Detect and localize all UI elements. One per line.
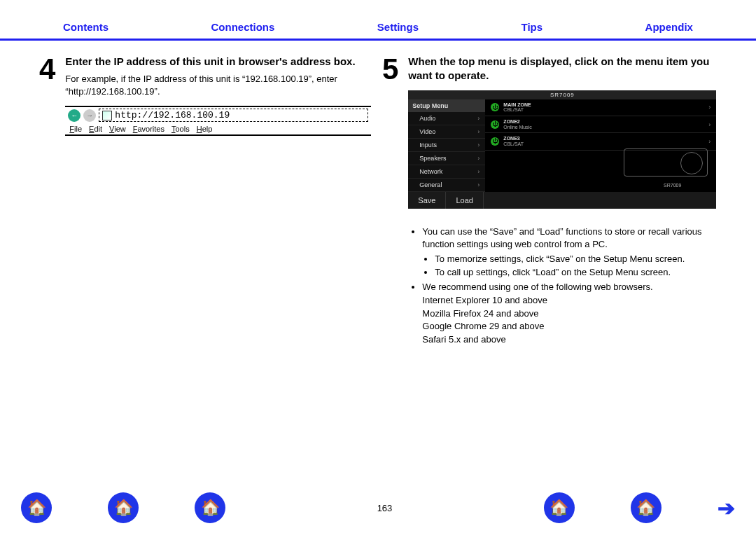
note-item: We recommend using one of the following … [422, 281, 716, 294]
next-arrow-icon[interactable]: ➔ [718, 496, 735, 520]
browser-rec: Google Chrome 29 and above [411, 320, 716, 333]
zone-source: CBL/SAT [503, 141, 524, 147]
home-icon[interactable]: 🏠 [631, 492, 662, 523]
power-icon: ⏻ [491, 120, 499, 129]
step-title: Enter the IP address of this unit in bro… [65, 55, 371, 69]
power-icon: ⏻ [491, 103, 499, 111]
device-outline [624, 148, 708, 176]
zone-source: Online Music [503, 125, 531, 130]
top-nav: Contents Connections Settings Tips Appen… [0, 0, 756, 41]
menu-edit[interactable]: Edit [89, 125, 102, 133]
setup-menu-header: Setup Menu [408, 99, 485, 112]
zone-3[interactable]: ⏻ ZONE3CBL/SAT [485, 133, 716, 150]
menu-favorites[interactable]: Favorites [133, 125, 164, 133]
home-icon[interactable]: 🏠 [544, 492, 575, 523]
step-description: For example, if the IP address of this u… [65, 73, 371, 97]
home-icon[interactable]: 🏠 [108, 492, 139, 523]
zone-main[interactable]: ⏻ MAIN ZONECBL/SAT [485, 99, 716, 116]
menu-file[interactable]: File [69, 125, 82, 133]
menu-view[interactable]: View [109, 125, 126, 133]
menu-audio[interactable]: Audio [408, 112, 485, 125]
browser-rec: Safari 5.x and above [411, 333, 716, 347]
setup-menu: Setup Menu Audio Video Inputs Speakers N… [408, 99, 485, 192]
zone-name: ZONE3 [503, 136, 524, 141]
footer: 🏠 🏠 🏠 163 🏠 🏠 ➔ [0, 492, 756, 523]
menu-general[interactable]: General [408, 179, 485, 192]
model-label: SR7009 [408, 90, 716, 99]
menu-inputs[interactable]: Inputs [408, 139, 485, 152]
back-icon: ← [68, 109, 80, 122]
power-icon: ⏻ [491, 137, 499, 146]
note-item: You can use the “Save” and “Load” functi… [422, 226, 716, 279]
home-icon[interactable]: 🏠 [21, 492, 52, 523]
load-button[interactable]: Load [446, 192, 483, 209]
step-number: 5 [378, 55, 408, 347]
nav-tips[interactable]: Tips [522, 21, 543, 33]
browser-rec: Mozilla Firefox 24 and above [411, 307, 716, 321]
menu-network[interactable]: Network [408, 165, 485, 179]
note-sub: To memorize settings, click “Save” on th… [435, 253, 716, 266]
zone-name: MAIN ZONE [503, 102, 531, 108]
home-icon[interactable]: 🏠 [195, 492, 225, 523]
browser-menu: File Edit View Favorites Tools Help [65, 123, 371, 134]
menu-speakers[interactable]: Speakers [408, 152, 485, 165]
zone-2[interactable]: ⏻ ZONE2Online Music [485, 116, 716, 133]
content-area: 4 Enter the IP address of this unit in b… [0, 41, 756, 347]
menu-help[interactable]: Help [197, 125, 213, 133]
zone-name: ZONE2 [503, 119, 531, 125]
nav-appendix[interactable]: Appendix [645, 21, 693, 33]
page-number: 163 [377, 503, 393, 513]
menu-video[interactable]: Video [408, 125, 485, 139]
menu-tools[interactable]: Tools [172, 125, 190, 133]
note-sub: To call up settings, click “Load” on the… [435, 266, 716, 279]
address-field[interactable]: http://192.168.100.19 [99, 109, 368, 122]
browser-rec: Internet Explorer 10 and above [411, 294, 716, 307]
step-title: When the top menu is displayed, click on… [408, 55, 716, 83]
device-label: SR7009 [664, 183, 681, 188]
save-load-row: Save Load [408, 192, 716, 209]
nav-contents[interactable]: Contents [63, 21, 108, 33]
notes: You can use the “Save” and “Load” functi… [408, 226, 716, 347]
zone-source: CBL/SAT [503, 107, 531, 113]
page-icon [102, 111, 112, 120]
nav-settings[interactable]: Settings [377, 21, 419, 33]
web-ui-mock: SR7009 Setup Menu Audio Video Inputs Spe… [408, 90, 716, 209]
forward-icon: → [83, 109, 96, 122]
step-5: 5 When the top menu is displayed, click … [378, 55, 721, 347]
browser-mock: ← → http://192.168.100.19 File Edit View… [65, 106, 371, 136]
zone-panel: ⏻ MAIN ZONECBL/SAT ⏻ ZONE2Online Music ⏻… [485, 99, 716, 192]
step-number: 4 [35, 55, 65, 347]
step-4: 4 Enter the IP address of this unit in b… [35, 55, 378, 347]
nav-connections[interactable]: Connections [211, 21, 275, 33]
save-button[interactable]: Save [408, 192, 446, 209]
address-text: http://192.168.100.19 [115, 110, 230, 120]
